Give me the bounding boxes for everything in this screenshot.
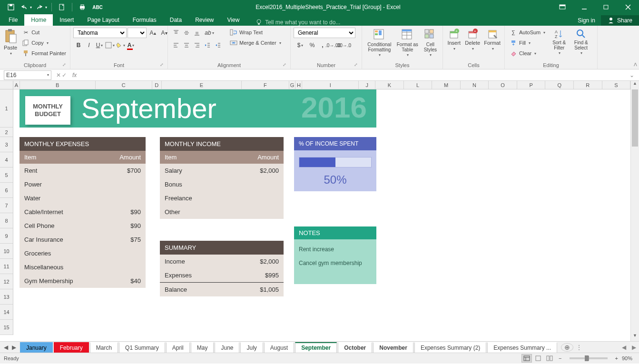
zoom-out-button[interactable]: −	[555, 355, 565, 361]
sheet-nav-prev[interactable]: ◀	[4, 344, 8, 351]
col-header-S[interactable]: S	[602, 81, 631, 89]
copy-button[interactable]: Copy▾	[20, 38, 68, 48]
row-header-14[interactable]: 14	[0, 305, 13, 320]
col-header-K[interactable]: K	[375, 81, 404, 89]
sheet-tab-expenses-summary-2-[interactable]: Expenses Summary (2)	[414, 342, 486, 353]
delete-cells-button[interactable]: ×Delete▾	[464, 28, 481, 52]
accounting-format-button[interactable]: $▾	[294, 40, 307, 50]
tab-home[interactable]: Home	[24, 14, 53, 26]
col-header-Q[interactable]: Q	[545, 81, 574, 89]
vertical-scrollbar[interactable]: ▲ ▼	[630, 81, 639, 341]
row-header-4[interactable]: 4	[0, 152, 13, 167]
row-header-6[interactable]: 6	[0, 183, 13, 198]
row-header-1[interactable]: 1	[0, 89, 13, 128]
worksheet-grid[interactable]: ABCDEFGHIJKLMNOPQRS 12345678910111213141…	[0, 81, 639, 341]
cancel-formula-button[interactable]: ✕	[56, 72, 61, 79]
col-header-B[interactable]: B	[20, 81, 96, 89]
merge-center-button[interactable]: Merge & Center▾	[228, 38, 283, 48]
col-header-P[interactable]: P	[517, 81, 546, 89]
col-header-D[interactable]: D	[152, 81, 162, 89]
spelling-button[interactable]: ABC	[90, 0, 105, 14]
income-row[interactable]: Salary$2,000	[160, 164, 284, 177]
save-button[interactable]	[4, 0, 18, 14]
col-header-F[interactable]: F	[242, 81, 289, 89]
orientation-button[interactable]: ab▾	[202, 28, 216, 38]
expense-row[interactable]: Cell Phone$90	[20, 219, 146, 233]
tab-view[interactable]: View	[221, 14, 246, 26]
scroll-thumb[interactable]	[632, 89, 638, 147]
font-launcher[interactable]: ⤢	[160, 62, 164, 67]
row-header-12[interactable]: 12	[0, 274, 13, 289]
autosum-button[interactable]: ∑AutoSum▾	[508, 28, 547, 37]
hscroll-right[interactable]: ▶	[629, 344, 639, 351]
row-header-7[interactable]: 7	[0, 198, 13, 213]
row-header-10[interactable]: 10	[0, 244, 13, 259]
expense-row[interactable]: Rent$700	[20, 164, 146, 177]
expense-row[interactable]: Groceries	[20, 246, 146, 260]
expense-row[interactable]: Water	[20, 191, 146, 205]
hscroll-left[interactable]: ◀	[619, 344, 629, 351]
sheet-tab-expenses-summary-[interactable]: Expenses Summary ...	[487, 342, 557, 353]
summary-row[interactable]: Income$2,000	[160, 255, 284, 268]
number-format-select[interactable]: General	[294, 28, 355, 38]
italic-button[interactable]: I	[84, 40, 94, 50]
paste-button[interactable]: Paste▾	[3, 28, 18, 57]
col-header-O[interactable]: O	[489, 81, 517, 89]
zoom-in-button[interactable]: +	[611, 355, 622, 361]
fill-color-button[interactable]: ▾	[115, 40, 126, 50]
format-cells-button[interactable]: Format▾	[483, 28, 501, 52]
increase-indent-button[interactable]	[213, 40, 223, 50]
scroll-down-button[interactable]: ▼	[631, 333, 639, 341]
bold-button[interactable]: B	[73, 40, 84, 50]
income-row[interactable]: Bonus	[160, 177, 284, 191]
sheet-tab-march[interactable]: March	[90, 342, 118, 353]
row-header-9[interactable]: 9	[0, 228, 13, 244]
sheet-tab-april[interactable]: April	[166, 342, 190, 353]
summary-row[interactable]: Expenses$995	[160, 268, 284, 282]
col-header-E[interactable]: E	[162, 81, 242, 89]
clear-button[interactable]: Clear▾	[508, 49, 547, 58]
col-header-H[interactable]: H	[295, 81, 302, 89]
col-header-A[interactable]: A	[13, 81, 20, 89]
align-right-button[interactable]	[192, 40, 202, 50]
sheet-tab-may[interactable]: May	[191, 342, 214, 353]
sort-filter-button[interactable]: AZ Sort & Filter▾	[549, 28, 569, 57]
sheet-tab-september[interactable]: September	[295, 342, 337, 353]
tell-me-search[interactable]: Tell me what you want to do...	[256, 19, 340, 26]
col-header-M[interactable]: M	[432, 81, 461, 89]
new-button[interactable]	[55, 0, 69, 14]
row-header-8[interactable]: 8	[0, 213, 13, 228]
ribbon-options-button[interactable]	[551, 0, 573, 14]
expense-row[interactable]: Cable/Internet$90	[20, 205, 146, 219]
wrap-text-button[interactable]: Wrap Text	[228, 28, 283, 37]
enter-formula-button[interactable]: ✓	[62, 72, 67, 79]
expense-row[interactable]: Car Insurance$75	[20, 233, 146, 246]
align-top-button[interactable]	[171, 28, 181, 38]
font-size-select[interactable]: 12	[128, 28, 147, 38]
fx-icon[interactable]: fx	[69, 72, 79, 79]
border-button[interactable]: ▾	[105, 40, 115, 50]
sheet-tab-november[interactable]: November	[373, 342, 413, 353]
share-button[interactable]: Share	[601, 15, 639, 26]
zoom-level[interactable]: 90%	[622, 355, 635, 361]
row-header-3[interactable]: 3	[0, 137, 13, 152]
minimize-button[interactable]	[573, 0, 595, 14]
sheet-tab-q1-summary[interactable]: Q1 Summary	[119, 342, 165, 353]
quickprint-button[interactable]	[75, 0, 89, 14]
format-as-table-button[interactable]: Format as Table▾	[396, 28, 419, 59]
sheet-tab-overflow[interactable]: ⋮	[573, 344, 585, 351]
alignment-launcher[interactable]: ⤢	[283, 62, 286, 67]
decrease-indent-button[interactable]	[202, 40, 213, 50]
income-row[interactable]: Freelance	[160, 191, 284, 205]
select-all-corner[interactable]	[0, 81, 13, 89]
format-painter-button[interactable]: Format Painter	[20, 49, 68, 58]
cell-styles-button[interactable]: Cell Styles▾	[421, 28, 440, 59]
sheet-tab-october[interactable]: October	[338, 342, 372, 353]
underline-button[interactable]: U▾	[94, 40, 105, 50]
scroll-up-button[interactable]: ▲	[631, 81, 639, 89]
expense-row[interactable]: Gym Membership$40	[20, 274, 146, 288]
number-launcher[interactable]: ⤢	[354, 62, 358, 67]
col-header-G[interactable]: G	[289, 81, 296, 89]
tab-data[interactable]: Data	[163, 14, 188, 26]
row-header-5[interactable]: 5	[0, 167, 13, 183]
